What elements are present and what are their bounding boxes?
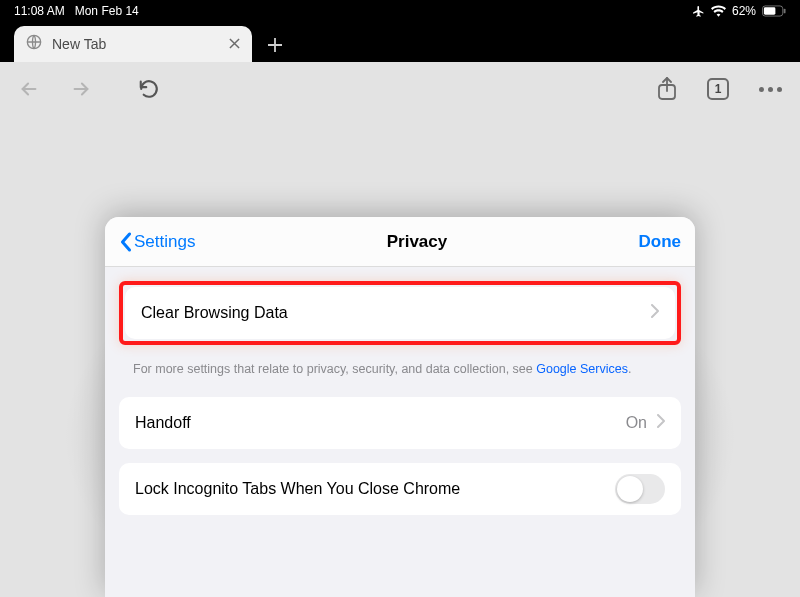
new-tab-button[interactable] <box>258 28 292 62</box>
row-label: Clear Browsing Data <box>141 304 288 322</box>
tab-strip: New Tab <box>0 22 800 62</box>
row-label: Lock Incognito Tabs When You Close Chrom… <box>135 480 460 498</box>
battery-icon <box>762 5 786 17</box>
status-bar: 11:08 AM Mon Feb 14 62% <box>0 0 800 22</box>
status-right: 62% <box>692 4 786 18</box>
browser-area: 1 Settings Privacy Done Clear Browsing D… <box>0 62 800 597</box>
airplane-icon <box>692 5 705 18</box>
globe-icon <box>26 34 42 54</box>
status-left: 11:08 AM Mon Feb 14 <box>14 4 139 18</box>
svg-rect-2 <box>784 9 786 14</box>
status-time: 11:08 AM <box>14 4 65 18</box>
close-tab-icon[interactable] <box>229 36 240 52</box>
handoff-value: On <box>626 414 647 432</box>
share-button[interactable] <box>657 77 677 101</box>
row-label: Handoff <box>135 414 191 432</box>
tab-count-label: 1 <box>715 82 722 96</box>
footer-note-suffix: . <box>628 362 631 376</box>
sheet-body: Clear Browsing Data For more settings th… <box>105 267 695 515</box>
battery-percentage: 62% <box>732 4 756 18</box>
tab-title: New Tab <box>52 36 219 52</box>
browser-toolbar: 1 <box>0 62 800 116</box>
toggle-knob <box>617 476 643 502</box>
forward-button[interactable] <box>70 78 92 100</box>
privacy-footer-note: For more settings that relate to privacy… <box>119 355 681 397</box>
chevron-right-icon <box>657 414 665 432</box>
sheet-done-button[interactable]: Done <box>639 232 682 252</box>
sheet-back-button[interactable]: Settings <box>119 232 195 252</box>
sheet-title: Privacy <box>387 232 448 252</box>
google-services-link[interactable]: Google Services <box>536 362 628 376</box>
status-date: Mon Feb 14 <box>75 4 139 18</box>
sheet-header: Settings Privacy Done <box>105 217 695 267</box>
browser-tab[interactable]: New Tab <box>14 26 252 62</box>
tabs-button[interactable]: 1 <box>707 78 729 100</box>
clear-browsing-data-row[interactable]: Clear Browsing Data <box>125 287 675 339</box>
chevron-left-icon <box>119 232 132 252</box>
wifi-icon <box>711 5 726 17</box>
lock-incognito-toggle[interactable] <box>615 474 665 504</box>
lock-incognito-row[interactable]: Lock Incognito Tabs When You Close Chrom… <box>119 463 681 515</box>
menu-button[interactable] <box>759 87 782 92</box>
footer-note-prefix: For more settings that relate to privacy… <box>133 362 536 376</box>
back-button[interactable] <box>18 78 40 100</box>
sheet-back-label: Settings <box>134 232 195 252</box>
reload-button[interactable] <box>138 78 160 100</box>
chevron-right-icon <box>651 304 659 322</box>
settings-sheet: Settings Privacy Done Clear Browsing Dat… <box>105 217 695 597</box>
handoff-row[interactable]: Handoff On <box>119 397 681 449</box>
svg-rect-1 <box>764 7 776 14</box>
highlight-annotation: Clear Browsing Data <box>119 281 681 345</box>
